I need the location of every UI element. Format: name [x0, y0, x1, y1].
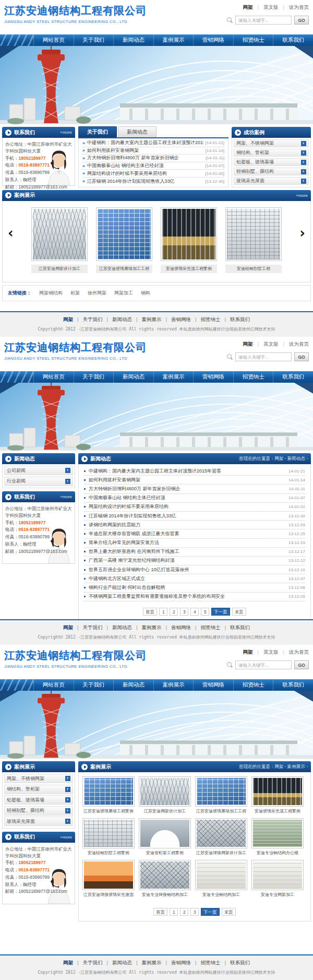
case-item[interactable]: 安迪轻钢别墅工程案例: [82, 818, 135, 856]
pager-last[interactable]: 末页: [222, 908, 236, 916]
footer-link[interactable]: 案例展示: [132, 960, 161, 966]
footer-link[interactable]: 联系我们: [220, 624, 249, 631]
case-item[interactable]: 安迪专业钢结构加工: [195, 860, 247, 898]
showcase-caption[interactable]: 安迪轻钢别墅工程: [225, 265, 282, 273]
showcase-thumbnail[interactable]: [31, 207, 88, 261]
top-link[interactable]: 英文版: [253, 4, 279, 11]
pager-page[interactable]: 1: [159, 608, 167, 616]
nav-item[interactable]: 联系我们: [273, 371, 313, 383]
footer-link[interactable]: 网架: [63, 624, 73, 631]
news-tab[interactable]: 关于我们: [78, 126, 117, 137]
search-input[interactable]: [235, 16, 292, 25]
showcase-thumbnail[interactable]: [161, 207, 217, 261]
case-item[interactable]: 江苏安迪网架设计加工: [139, 776, 191, 814]
news-row[interactable]: »方大特钢折旧增利4800万 新年首家折旧钢企[14-01-11]: [82, 155, 224, 162]
case-item[interactable]: 安迪玻璃采光顶工程案例: [251, 776, 304, 814]
nav-item[interactable]: 新闻动态: [113, 371, 153, 383]
news-row[interactable]: »中国南极泰山站 钢结构主体已经封顶[14-01-07]: [82, 162, 224, 170]
pager-first[interactable]: 首页: [143, 608, 157, 616]
nav-item[interactable]: 营销网络: [193, 34, 233, 46]
news-row[interactable]: 不锈钢网架工程质量监督和有需要遵循标准及整个系统的布局安全13-12-05: [84, 593, 305, 601]
news-category-item[interactable]: 行业新闻: [4, 477, 73, 486]
top-link[interactable]: 网架: [243, 649, 253, 656]
nav-item[interactable]: 营销网络: [193, 679, 233, 691]
nav-item[interactable]: 案例展示: [153, 371, 194, 383]
search-go-button[interactable]: GO: [294, 660, 309, 669]
case-item[interactable]: 安迪专业网架加工: [251, 860, 304, 898]
news-row[interactable]: 广西第一高楼 南宁龙光世纪纯钢结构封顶13-12-12: [84, 557, 305, 565]
news-row[interactable]: 钢构行业产能过剩 何时出击自解桎梏13-12-06: [84, 583, 305, 592]
friend-link[interactable]: 桁架: [70, 290, 80, 297]
search-go-button[interactable]: GO: [294, 16, 309, 25]
nav-item[interactable]: 网站首页: [33, 34, 74, 46]
showcase-thumbnail[interactable]: [96, 207, 152, 261]
footer-link[interactable]: 营销网络: [162, 960, 191, 966]
nav-item[interactable]: 关于我们: [74, 34, 114, 46]
case-item[interactable]: 江苏安迪玻璃幕墙工程案例: [82, 776, 135, 814]
news-tab[interactable]: 新闻动态: [118, 126, 156, 137]
footer-link[interactable]: 案例展示: [132, 624, 161, 631]
pager-next[interactable]: 下一页: [201, 908, 220, 916]
news-row[interactable]: 方大特钢折旧增利4800万 新年首家折旧钢企14-01-11: [84, 485, 305, 493]
nav-item[interactable]: 联系我们: [273, 34, 313, 46]
friend-link[interactable]: 网架加工: [114, 290, 133, 297]
nav-item[interactable]: 招贤纳士: [233, 679, 273, 691]
logo[interactable]: 江苏安迪钢结构工程有限公司 JIANGSU ANDY STEEL STRUCTU…: [4, 340, 147, 371]
news-row[interactable]: 中国南极泰山站 钢结构主体已经封顶14-01-07: [84, 494, 305, 503]
pager-page[interactable]: 3: [190, 908, 199, 916]
friend-link[interactable]: 钢构: [141, 290, 150, 297]
pager-page[interactable]: 2: [180, 908, 188, 916]
nav-item[interactable]: 案例展示: [153, 34, 194, 46]
case-item[interactable]: 江苏安迪球接网架设计加工: [195, 818, 247, 856]
top-link[interactable]: 网架: [243, 4, 253, 11]
news-row[interactable]: 中建钢构北方区域正式成立13-12-07: [84, 574, 305, 583]
footer-link[interactable]: 新闻动态: [103, 624, 132, 631]
pager-page[interactable]: 3: [180, 608, 188, 616]
footer-link[interactable]: 招贤纳士: [191, 960, 220, 966]
nav-item[interactable]: 关于我们: [74, 679, 114, 691]
more-link[interactable]: +more: [60, 130, 72, 135]
top-link[interactable]: 网架: [243, 341, 253, 348]
search-input[interactable]: [235, 660, 292, 669]
news-row[interactable]: 简单介绍几种常见的网架安装方法13-12-19: [84, 539, 305, 548]
footer-link[interactable]: 关于我们: [73, 960, 102, 966]
logo[interactable]: 江苏安迪钢结构工程有限公司 JIANGSU ANDY STEEL STRUCTU…: [4, 648, 147, 679]
search-go-button[interactable]: GO: [294, 352, 309, 361]
news-row[interactable]: »中建钢构：国内最大室内主题公园工程主体封顶预计2015…[14-01-21]: [82, 139, 224, 147]
pager-page[interactable]: 2: [170, 608, 178, 616]
footer-link[interactable]: 关于我们: [73, 316, 102, 323]
search-input[interactable]: [235, 352, 292, 361]
news-row[interactable]: 辛迪总部大楼存假冒钢筋 成浙江最大假冒案13-12-25: [84, 529, 305, 538]
case-category-item[interactable]: 轻钢别墅、膜结构: [4, 806, 73, 816]
footer-link[interactable]: 营销网络: [162, 316, 191, 323]
showcase-caption[interactable]: 江苏安迪网架设计加工: [31, 265, 88, 273]
case-category-item[interactable]: 网架、不锈钢网架: [234, 139, 309, 147]
footer-link[interactable]: 网架: [63, 960, 73, 966]
footer-link[interactable]: 新闻动态: [103, 316, 132, 323]
footer-link[interactable]: 联系我们: [220, 316, 249, 323]
case-category-item[interactable]: 玻璃采光屋面: [234, 177, 309, 185]
news-row[interactable]: »网架结构设计的时候不要采用单层结构[14-01-02]: [82, 170, 224, 178]
nav-item[interactable]: 新闻动态: [113, 679, 153, 691]
nav-item[interactable]: 案例展示: [153, 679, 194, 691]
case-item[interactable]: 安迪管桁架工程案例: [139, 818, 191, 856]
footer-link[interactable]: 案例展示: [132, 316, 161, 323]
pager-page[interactable]: 4: [190, 608, 199, 616]
pager-last[interactable]: 末页: [232, 608, 246, 616]
nav-item[interactable]: 联系我们: [273, 679, 313, 691]
news-row[interactable]: 网架结构设计的时候不要采用单层结构14-01-02: [84, 503, 305, 512]
footer-link[interactable]: 招贤纳士: [191, 316, 220, 323]
carousel-next-arrow[interactable]: ›: [299, 225, 305, 241]
footer-link[interactable]: 新闻动态: [103, 960, 132, 966]
friend-link[interactable]: 网架钢结构: [39, 290, 63, 297]
case-category-item[interactable]: 钢结构、管桁架: [234, 149, 309, 157]
news-row[interactable]: 江苏锡钢 2014年份计划实现销售收入33亿13-12-30: [84, 512, 305, 521]
case-category-item[interactable]: 玻璃采光屋面: [4, 817, 73, 826]
showcase-caption[interactable]: 江苏安迪玻璃幕墙加工工程: [96, 265, 152, 273]
nav-item[interactable]: 招贤纳士: [233, 371, 273, 383]
footer-link[interactable]: 关于我们: [73, 624, 102, 631]
pager-page[interactable]: 1: [170, 908, 178, 916]
nav-item[interactable]: 网站首页: [33, 371, 74, 383]
news-category-item[interactable]: 公司新闻: [4, 466, 73, 475]
top-link[interactable]: 设为首页: [279, 341, 309, 348]
